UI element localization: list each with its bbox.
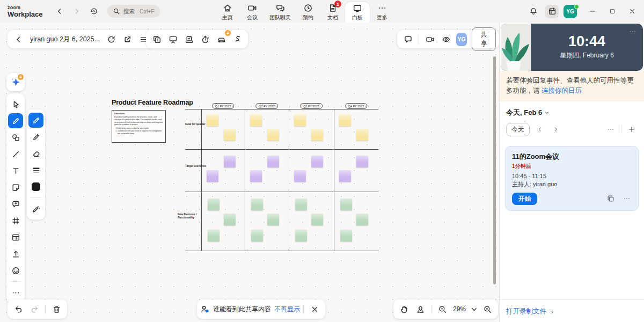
upload-tool[interactable] — [8, 246, 23, 261]
delete-button[interactable] — [49, 302, 64, 317]
sticky-note[interactable] — [356, 156, 368, 167]
template-tool[interactable] — [8, 230, 23, 245]
sticky-note[interactable] — [356, 214, 368, 225]
redo-button[interactable] — [27, 302, 42, 317]
pen-style-pen[interactable] — [28, 113, 43, 128]
timer-button[interactable] — [197, 32, 213, 47]
vertical-scrollbar[interactable] — [493, 56, 496, 284]
select-tool[interactable] — [8, 97, 23, 112]
sticky-note[interactable] — [294, 170, 306, 182]
search-input[interactable]: 搜索 Ctrl+F — [107, 5, 160, 18]
start-meeting-button[interactable]: 开始 — [512, 193, 537, 205]
pan-tool-button[interactable] — [397, 302, 412, 317]
ai-companion-button[interactable] — [6, 73, 25, 91]
comments-button[interactable] — [400, 32, 415, 47]
undo-button[interactable] — [11, 302, 26, 317]
zoom-out-button[interactable] — [435, 302, 450, 317]
color-swatch-black[interactable] — [28, 179, 43, 194]
board-back-button[interactable] — [11, 32, 26, 47]
sticky-note[interactable] — [250, 114, 262, 126]
lasso-button[interactable] — [230, 32, 245, 47]
line-tool[interactable] — [8, 147, 23, 162]
open-recordings-link[interactable]: 打开录制文件 — [506, 307, 555, 316]
dont-show-again-link[interactable]: 不再显示 — [274, 305, 300, 314]
sticky-note[interactable] — [295, 199, 307, 210]
sticky-note-tool[interactable] — [8, 180, 23, 195]
sticky-note[interactable] — [311, 214, 323, 225]
pen-style-pencil[interactable] — [28, 129, 43, 144]
sticky-note[interactable] — [311, 156, 323, 167]
sticky-note[interactable] — [208, 199, 219, 210]
prev-day-button[interactable] — [534, 123, 546, 135]
stroke-thickness-picker[interactable] — [28, 163, 43, 178]
panel-menu-button[interactable] — [627, 26, 639, 38]
sticky-note[interactable] — [339, 170, 351, 182]
sticky-note[interactable] — [224, 129, 236, 141]
calendar-panel-button[interactable] — [545, 5, 559, 18]
smart-pen-tool[interactable] — [28, 201, 43, 216]
tab-文档[interactable]: 1文档 — [320, 2, 345, 23]
sticky-note[interactable] — [250, 170, 262, 182]
window-close-button[interactable] — [625, 4, 640, 19]
sticky-note[interactable] — [339, 114, 351, 126]
tab-会议[interactable]: 会议 — [240, 2, 265, 23]
more-tools-button[interactable] — [8, 285, 23, 300]
sticky-note[interactable] — [340, 199, 352, 210]
nav-back-button[interactable] — [53, 4, 67, 18]
zoom-level-label[interactable]: 29% — [451, 305, 468, 313]
board-doc-title[interactable]: yiran guo 2月 6, 2025... — [30, 35, 100, 44]
shapes-tool[interactable] — [8, 130, 23, 145]
window-minimize-button[interactable] — [585, 4, 600, 19]
add-event-button[interactable] — [626, 123, 638, 135]
sticky-note[interactable] — [207, 114, 218, 126]
frame-tool[interactable] — [8, 213, 23, 228]
sticky-note[interactable] — [251, 230, 263, 241]
pages-button[interactable]: 1 — [149, 32, 164, 47]
history-button[interactable] — [87, 4, 101, 18]
zoom-in-button[interactable] — [480, 302, 495, 317]
copy-invite-button[interactable] — [606, 194, 616, 203]
sticky-note[interactable] — [251, 199, 263, 210]
sticky-note[interactable] — [207, 170, 218, 182]
start-video-button[interactable] — [422, 32, 437, 47]
pen-tool[interactable] — [8, 113, 23, 128]
connect-calendar-link[interactable]: 连接你的日历 — [541, 87, 582, 94]
present-button[interactable] — [165, 32, 180, 47]
sticky-note[interactable] — [224, 156, 236, 167]
sticky-note[interactable] — [340, 230, 352, 241]
tab-团队聊天[interactable]: 团队聊天 — [265, 2, 296, 23]
eraser-tool[interactable] — [28, 146, 43, 161]
vote-button[interactable] — [181, 32, 196, 47]
zoom-presets-button[interactable] — [469, 302, 479, 317]
sticky-note[interactable] — [267, 156, 279, 167]
calendar-more-button[interactable] — [605, 123, 617, 135]
emoji-tool[interactable] — [8, 263, 23, 278]
window-maximize-button[interactable] — [605, 4, 620, 19]
open-external-button[interactable] — [120, 32, 135, 47]
tab-主页[interactable]: 主页 — [215, 2, 240, 23]
minimap-button[interactable] — [413, 302, 428, 317]
day-header[interactable]: 今天, Feb 6 — [500, 101, 644, 121]
tab-预约[interactable]: 预约 — [296, 2, 320, 23]
text-tool[interactable] — [8, 163, 23, 178]
notifications-button[interactable] — [526, 4, 540, 18]
collaborator-avatar[interactable]: YG — [456, 33, 467, 46]
activities-button[interactable] — [214, 32, 229, 47]
tab-更多[interactable]: 更多 — [370, 2, 394, 23]
meeting-more-button[interactable] — [622, 194, 632, 203]
whiteboard-canvas[interactable]: Product Feature Roadmap Directions A pro… — [0, 23, 499, 322]
nav-forward-button[interactable] — [70, 4, 84, 18]
sticky-note[interactable] — [224, 214, 236, 225]
tab-白板[interactable]: 白板 — [345, 2, 370, 23]
sticky-note[interactable] — [356, 129, 368, 141]
sync-button[interactable] — [104, 32, 119, 47]
dismiss-banner-button[interactable] — [307, 302, 322, 317]
sticky-note[interactable] — [311, 129, 323, 141]
sticky-note[interactable] — [294, 114, 306, 126]
meeting-card[interactable]: 11的Zoom会议 1分钟后 10:45 - 11:15 主持人: yiran … — [505, 146, 639, 211]
sticky-note[interactable] — [208, 230, 219, 241]
sticky-note[interactable] — [267, 129, 279, 141]
follow-presenter-button[interactable] — [438, 32, 453, 47]
sticky-note[interactable] — [295, 230, 307, 241]
comment-tool[interactable] — [8, 196, 23, 211]
